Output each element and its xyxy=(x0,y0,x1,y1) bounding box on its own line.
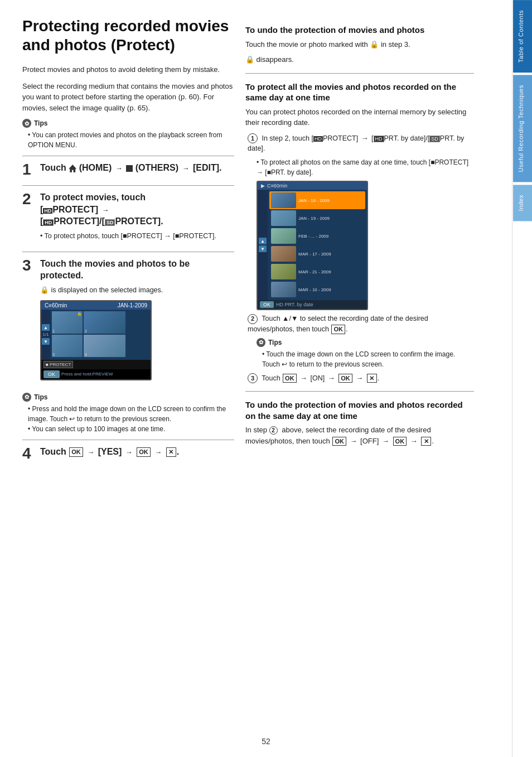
step2-sub: • To protect photos, touch [■PROTECT] → … xyxy=(40,231,234,242)
tips-right-icon: ✿ xyxy=(257,338,265,347)
intro-line1: Protect movies and photos to avoid delet… xyxy=(22,64,234,75)
tips-bottom-label: Tips xyxy=(34,393,47,401)
step-2: 2 To protect movies, touch [HDPROTECT] →… xyxy=(22,191,234,244)
section3-step-ref: 2 xyxy=(269,426,278,435)
tips-top-list: You can protect movies and photos on the… xyxy=(22,130,234,150)
tips-right-item-1: Touch the image down on the LCD screen t… xyxy=(262,349,474,369)
section1-body2: 🔒 disappears. xyxy=(245,54,474,65)
step-4: 4 Touch OK → [YES] → OK → ✕. xyxy=(22,446,234,461)
substep3-circle: 3 xyxy=(248,373,258,383)
step4-divider xyxy=(22,440,234,440)
sidebar-tab-toc[interactable]: Table of Contents xyxy=(513,0,532,73)
step2-text: To protect movies, touch [HDPROTECT] → [… xyxy=(40,191,234,228)
tips-top: ✿ Tips You can protect movies and photos… xyxy=(22,119,234,150)
step2-num: 2 xyxy=(22,191,35,244)
screen2-date-row-2[interactable]: JAN - 19 - 2009 xyxy=(269,209,365,227)
sub3-ok1: OK xyxy=(283,374,297,383)
step-3: 3 Touch the movies and photos to be prot… xyxy=(22,258,234,385)
screen1-top-right: JAN-1-2009 xyxy=(118,302,147,308)
sub3-x: ✕ xyxy=(367,374,377,383)
section2-rule xyxy=(245,73,474,74)
step1-num: 1 xyxy=(22,162,35,177)
screen2-nav-up[interactable]: ▲ xyxy=(259,238,267,244)
screen2-date-row-1[interactable]: JAN - 18 - 2009 xyxy=(269,191,365,209)
tips-right-label: Tips xyxy=(268,339,282,346)
step4-x: ✕ xyxy=(166,447,176,456)
step4-ok: OK xyxy=(69,447,83,456)
screen2-ok[interactable]: OK xyxy=(260,301,274,308)
section1-header: To undo the protection of movies and pho… xyxy=(245,25,474,36)
screen1-mode: ■ PROTECT xyxy=(43,361,73,368)
sidebar: Table of Contents Useful Recording Techn… xyxy=(512,0,532,757)
tips-bottom: ✿ Tips Press and hold the image down on … xyxy=(22,393,234,434)
section3-ok2: OK xyxy=(393,437,407,446)
section3-x: ✕ xyxy=(421,437,431,446)
section3-ok1: OK xyxy=(332,437,346,446)
sidebar-tab-index[interactable]: Index xyxy=(513,185,532,221)
section2-body: You can protect photos recorded on the i… xyxy=(245,107,474,128)
step3-num: 3 xyxy=(22,258,35,385)
tips-top-label: Tips xyxy=(34,119,47,127)
tips-right-list: Touch the image down on the LCD screen t… xyxy=(257,349,474,369)
tips-right: ✿ Tips Touch the image down on the LCD s… xyxy=(257,338,474,369)
step3-divider xyxy=(22,252,234,252)
screen2-date-row-3[interactable]: FEB - ... - 2009 xyxy=(269,227,365,245)
tips-top-item-1: You can protect movies and photos on the… xyxy=(28,130,234,150)
page-number: 52 xyxy=(262,737,270,746)
section3-rule xyxy=(245,391,474,392)
step4-num: 4 xyxy=(22,446,35,461)
substep-1: 1 In step 2, touch [HDPROTECT] → [HDPRT.… xyxy=(248,133,474,155)
substep1-circle: 1 xyxy=(248,133,258,143)
tips-bottom-list: Press and hold the image down on the LCD… xyxy=(22,404,234,434)
step-1: 1 Touch (HOME) → (OTHERS) → [EDIT]. xyxy=(22,162,234,177)
section1-body: Touch the movie or photo marked with 🔒 i… xyxy=(245,39,474,50)
screen2-arrow: ▶ xyxy=(261,183,265,189)
step4-text: Touch OK → [YES] → OK → ✕. xyxy=(40,446,234,458)
screen2-footer-label: HD PRT. by date xyxy=(276,302,313,307)
tips-bottom-item-2: You can select up to 100 images at one t… xyxy=(28,424,234,434)
section3-header: To undo the protection of movies and pho… xyxy=(245,399,474,421)
tips-bottom-icon: ✿ xyxy=(22,393,31,402)
section2-header: To protect all the movies and photos rec… xyxy=(245,81,474,103)
intro-line2: Select the recording medium that contain… xyxy=(22,81,234,114)
substep1-bullet: To protect all photos on the same day at… xyxy=(257,157,474,177)
tips-bottom-item-1: Press and hold the image down on the LCD… xyxy=(28,404,234,424)
screen2-date-row-6[interactable]: MAR - 10 - 2009 xyxy=(269,281,365,298)
step1-divider xyxy=(22,156,234,156)
screen-preview-1: C≡60min JAN-1-2009 ▲ 1/1 ▼ xyxy=(40,300,152,380)
screen1-top-left: C≡60min xyxy=(45,302,67,308)
page-title: Protecting recorded movies and photos (P… xyxy=(22,17,234,54)
step4-ok2: OK xyxy=(137,447,151,456)
screen2-date-row-4[interactable]: MAR - 17 - 2009 xyxy=(269,245,365,263)
screen2-nav-down[interactable]: ▼ xyxy=(259,245,267,252)
screen2-date-row-5[interactable]: MAR - 21 - 2009 xyxy=(269,263,365,281)
screen1-preview-label: Press and hold:PREVIEW xyxy=(61,372,113,377)
substep-3: 3 Touch OK → [ON] → OK → ✕. xyxy=(248,373,474,384)
sub3-ok2: OK xyxy=(338,374,352,383)
substep2-ok: OK xyxy=(331,325,345,334)
section3-body: In step 2 above, select the recording da… xyxy=(245,425,474,446)
screen-preview-2: ▶ C≡60min ▲ ▼ JAN - 18 - 2009 xyxy=(257,181,368,310)
substep2-circle: 2 xyxy=(248,314,258,324)
screen2-capacity: C≡60min xyxy=(267,183,287,189)
step3-sub: 🔒 is displayed on the selected images. xyxy=(40,285,234,296)
step1-text: Touch (HOME) → (OTHERS) → [EDIT]. xyxy=(40,162,234,174)
sidebar-tab-techniques[interactable]: Useful Recording Techniques xyxy=(513,75,532,182)
step2-divider xyxy=(22,185,234,186)
screen1-nav-up[interactable]: ▲ xyxy=(42,324,50,331)
screen1-ok[interactable]: OK xyxy=(43,370,60,378)
substep-2: 2 Touch ▲/▼ to select the recording date… xyxy=(248,314,474,335)
screen1-page-count: 1/1 xyxy=(42,332,49,337)
step3-text: Touch the movies and photos to be protec… xyxy=(40,258,234,282)
tips-icon: ✿ xyxy=(22,119,31,128)
screen1-nav-down[interactable]: ▼ xyxy=(42,338,50,345)
